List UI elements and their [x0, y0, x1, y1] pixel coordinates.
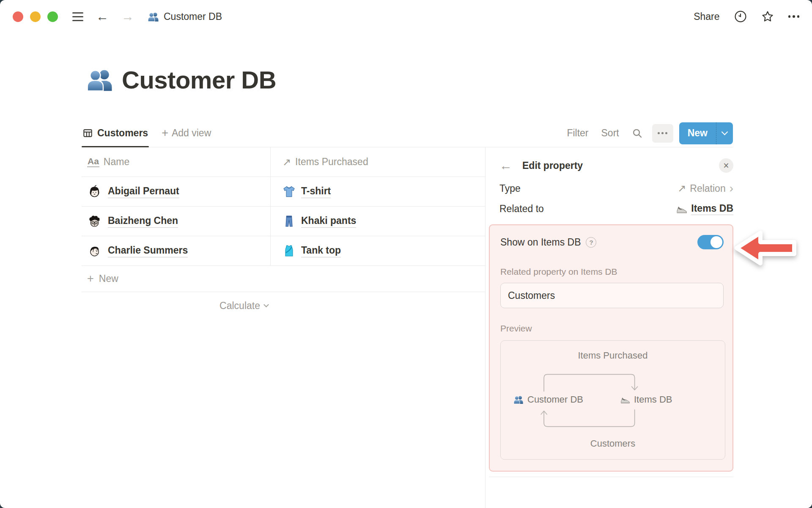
- customer-cell[interactable]: Abigail Pernaut: [82, 177, 271, 206]
- plus-icon: +: [162, 127, 168, 139]
- window-topbar: ← → Customer DB Share: [0, 0, 812, 33]
- sort-button[interactable]: Sort: [601, 127, 619, 139]
- close-icon[interactable]: ×: [719, 158, 733, 173]
- breadcrumb-label: Customer DB: [164, 11, 222, 22]
- page-header: Customer DB: [86, 49, 276, 110]
- minimize-window-button[interactable]: [30, 11, 41, 22]
- forward-arrow-icon: →: [121, 10, 134, 23]
- sneaker-icon: [620, 395, 630, 405]
- tab-label: Customers: [97, 127, 148, 139]
- annotation-arrow-icon: [733, 229, 797, 268]
- table-row: Baizheng ChenKhaki pants: [82, 207, 486, 236]
- new-button-label: New: [688, 127, 708, 139]
- filter-button[interactable]: Filter: [567, 127, 588, 139]
- item-purchased-cell[interactable]: T-shirt: [271, 177, 486, 206]
- sneaker-icon: [676, 203, 687, 215]
- table-icon: [82, 128, 93, 138]
- show-on-toggle[interactable]: [697, 235, 724, 249]
- page-title[interactable]: Customer DB: [122, 66, 276, 94]
- related-property-label: Related property on Items DB: [500, 267, 724, 277]
- type-value: Relation: [690, 183, 725, 194]
- breadcrumb[interactable]: Customer DB: [148, 11, 222, 22]
- item-link[interactable]: Tank top: [301, 245, 341, 257]
- ellipsis-icon[interactable]: [788, 15, 800, 18]
- preview-node-label: Items DB: [634, 394, 672, 405]
- item-purchased-cell[interactable]: Tank top: [271, 236, 486, 265]
- sidebar-menu-icon[interactable]: [72, 12, 83, 21]
- show-on-items-db-section: Show on Items DB ? Related property on I…: [489, 224, 733, 472]
- close-window-button[interactable]: [13, 11, 23, 22]
- toggle-knob: [710, 236, 722, 248]
- new-button[interactable]: New: [679, 122, 716, 144]
- table-header-row: Aa Name ↗ Items Purchased: [82, 147, 486, 177]
- table-row: Charlie SummersTank top: [82, 236, 486, 266]
- jeans-icon: [283, 215, 296, 228]
- relation-arrow-icon: ↗: [678, 182, 686, 194]
- view-options-ellipsis-icon[interactable]: [652, 124, 673, 143]
- add-view-button[interactable]: + Add view: [162, 127, 211, 139]
- relation-preview-diagram: Items Purchased Customer DB Items DB Cus…: [500, 340, 725, 460]
- star-icon[interactable]: [761, 10, 774, 23]
- preview-top-label: Items Purchased: [501, 350, 725, 361]
- tanktop-icon: [283, 244, 296, 257]
- item-link[interactable]: Khaki pants: [301, 215, 356, 228]
- relation-arrow-icon: ↗: [283, 156, 291, 168]
- calculate-button[interactable]: Calculate: [82, 292, 271, 319]
- customer-cell[interactable]: Baizheng Chen: [82, 207, 271, 236]
- title-property-icon: Aa: [87, 157, 99, 167]
- type-row[interactable]: Type ↗ Relation ›: [499, 179, 733, 198]
- related-to-row[interactable]: Related to Items DB: [499, 199, 733, 218]
- add-view-label: Add view: [172, 127, 211, 139]
- traffic-lights: [13, 11, 58, 22]
- help-icon[interactable]: ?: [586, 237, 596, 248]
- show-on-label: Show on Items DB: [500, 237, 581, 248]
- preview-customer-db-node: Customer DB: [513, 394, 583, 405]
- related-property-input[interactable]: [500, 283, 724, 308]
- column-label: Name: [104, 156, 129, 168]
- preview-items-db-node: Items DB: [620, 394, 672, 405]
- share-button[interactable]: Share: [694, 11, 719, 22]
- chevron-right-icon: ›: [730, 182, 733, 194]
- plus-icon: +: [87, 273, 94, 284]
- related-to-label: Related to: [499, 203, 544, 215]
- type-label: Type: [499, 183, 521, 194]
- clock-icon[interactable]: [734, 10, 747, 23]
- tshirt-icon: [283, 185, 296, 198]
- panel-back-arrow-icon[interactable]: ←: [499, 159, 512, 172]
- preview-bottom-label: Customers: [501, 438, 725, 449]
- customer-name-link[interactable]: Charlie Summers: [108, 245, 188, 257]
- search-icon[interactable]: [632, 128, 643, 139]
- customer-name-link[interactable]: Baizheng Chen: [108, 215, 178, 228]
- item-purchased-cell[interactable]: Khaki pants: [271, 207, 486, 236]
- new-dropdown-button[interactable]: [716, 122, 733, 144]
- avatar-abigail: [87, 184, 102, 199]
- new-row-button[interactable]: + New: [82, 266, 486, 292]
- table-row: Abigail PernautT-shirt: [82, 177, 486, 207]
- calculate-label: Calculate: [219, 300, 260, 312]
- customer-cell[interactable]: Charlie Summers: [82, 236, 271, 265]
- item-link[interactable]: T-shirt: [301, 185, 331, 198]
- new-row-label: New: [99, 273, 118, 284]
- panel-title: Edit property: [522, 160, 719, 171]
- people-icon: [148, 11, 159, 22]
- back-arrow-icon[interactable]: ←: [96, 10, 109, 23]
- avatar-charlie: [87, 243, 102, 258]
- zoom-window-button[interactable]: [47, 11, 58, 22]
- new-button-group: New: [679, 122, 733, 144]
- people-icon[interactable]: [86, 66, 113, 93]
- column-label: Items Purchased: [295, 156, 368, 168]
- tab-customers[interactable]: Customers: [82, 119, 149, 147]
- people-icon: [513, 395, 524, 405]
- chevron-down-icon: [263, 302, 269, 307]
- related-to-value: Items DB: [691, 203, 733, 215]
- edit-property-panel: ← Edit property × Type ↗ Relation › Rela…: [485, 147, 812, 508]
- panel-divider: [489, 477, 733, 477]
- column-header-items-purchased[interactable]: ↗ Items Purchased: [271, 147, 486, 177]
- customer-name-link[interactable]: Abigail Pernaut: [108, 185, 179, 198]
- view-toolbar: Customers + Add view Filter Sort New: [82, 119, 733, 147]
- column-header-name[interactable]: Aa Name: [82, 147, 271, 177]
- preview-node-label: Customer DB: [527, 394, 583, 405]
- preview-label: Preview: [500, 323, 724, 334]
- chevron-down-icon: [721, 129, 728, 135]
- app-window: ← → Customer DB Share Customer DB Custom…: [0, 0, 812, 508]
